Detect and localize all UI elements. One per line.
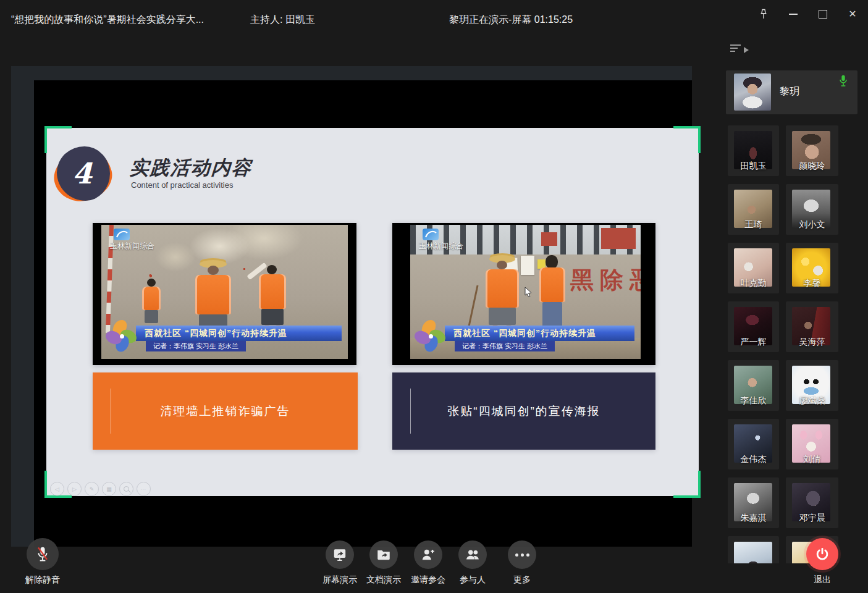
pen-icon: ✎	[85, 482, 99, 496]
participant-name: 叶克勤	[728, 278, 779, 289]
presenting-status: 黎玥正在演示-屏幕 01:15:25	[449, 14, 573, 27]
section-number-badge: 4	[53, 144, 114, 206]
slides-icon: ▦	[102, 482, 116, 496]
figure-vest	[142, 287, 161, 310]
red-building-patch	[541, 232, 557, 246]
person-figure	[141, 279, 162, 323]
participant-tile[interactable]: 颜晓玲	[786, 125, 838, 176]
meeting-title: “想把我的故事和你说”暑期社会实践分享大...	[11, 14, 204, 27]
collapse-line	[730, 48, 738, 49]
tv-watermark: 玉林新闻综合	[419, 229, 463, 251]
news-caption-bar: 西就社区 “四城同创”行动持续升温 记者：李伟旗 实习生 彭水兰	[410, 326, 641, 355]
participant-name: 吴海萍	[786, 337, 838, 348]
participant-name: 金伟杰	[728, 454, 779, 465]
zoom-icon	[119, 482, 133, 496]
next-icon: ▷	[67, 482, 82, 496]
speaker-name: 黎玥	[780, 85, 799, 98]
participant-name: 严一辉	[728, 337, 779, 348]
speaker-card[interactable]: 黎玥	[726, 70, 857, 114]
host-label: 主持人: 田凯玉	[250, 14, 315, 27]
slide-title: 实践活动内容	[129, 155, 253, 181]
logo-center	[120, 334, 124, 339]
meeting-window: “想把我的故事和你说”暑期社会实践分享大... 主持人: 田凯玉 黎玥正在演示-…	[0, 0, 868, 593]
mic-muted-icon	[27, 538, 59, 570]
news-logo-icon	[105, 319, 138, 353]
participant-tile[interactable]: 王琦	[728, 184, 779, 235]
maximize-button[interactable]	[814, 5, 832, 23]
news-logo-icon	[414, 319, 447, 353]
invite-icon	[414, 540, 442, 569]
red-building-patch	[601, 228, 636, 249]
participant-name: 颜晓玲	[786, 161, 838, 172]
participant-tile[interactable]: 叶克勤	[728, 243, 779, 293]
screen-share-icon	[326, 540, 354, 569]
participant-tile[interactable]: 邓宇晨	[786, 477, 838, 528]
unmute-label: 解除静音	[9, 574, 77, 586]
minimize-button[interactable]	[784, 5, 803, 23]
avatar	[734, 74, 771, 111]
slide-nav-controls: ◁ ▷ ✎ ▦ ∙∙∙	[50, 482, 151, 496]
caption-box-navy: 张贴“四城同创”的宣传海报	[392, 372, 655, 450]
mic-on-icon	[838, 74, 848, 90]
participant-tile[interactable]: 李佳欣	[728, 360, 779, 411]
figure-shorts	[261, 309, 284, 325]
video-photo: 扫黑除恶	[410, 225, 641, 359]
participant-name: 刘倩	[786, 454, 838, 465]
doc-share-icon	[369, 540, 398, 569]
maximize-icon	[819, 10, 827, 19]
more-icon	[508, 540, 536, 569]
participant-name: 王琦	[728, 219, 779, 230]
magnifier-glyph	[124, 486, 129, 492]
participants-label: 参与人	[455, 574, 490, 586]
participant-tile[interactable]: 田凯玉	[728, 125, 779, 176]
participant-tile[interactable]: 刘倩	[786, 419, 838, 469]
participant-name: 邓宇晨	[786, 513, 838, 524]
participant-tile[interactable]: 朱嘉淇	[728, 477, 779, 528]
figure-shorts	[489, 308, 516, 325]
shared-screen-letterbox: 4 实践活动内容 Content of practical activities	[34, 80, 692, 547]
collapse-line	[730, 44, 741, 46]
participant-tile[interactable]: 严一辉	[728, 301, 779, 352]
collapse-panel-icon[interactable]	[730, 44, 749, 56]
participant-tile[interactable]: 李馨	[786, 243, 838, 293]
participant-name: 朱嘉淇	[728, 513, 779, 524]
participant-tile[interactable]: 金伟杰	[728, 419, 779, 469]
prev-icon: ◁	[50, 482, 64, 496]
participant-tile[interactable]: 刘小文	[786, 184, 838, 235]
invite-label: 邀请参会	[407, 574, 450, 586]
collapse-arrow	[744, 47, 749, 53]
watermark-text: 玉林新闻综合	[110, 241, 154, 251]
video-photo: 玉林新闻综合 西就社区 “四城同创”行动持续升温 记者：李伟旗 实习生 彭水兰	[101, 225, 348, 359]
power-icon	[806, 538, 838, 570]
avatar	[734, 542, 772, 563]
figure-vest	[195, 275, 231, 314]
slide-subtitle: Content of practical activities	[131, 180, 233, 190]
window-controls: ✕	[754, 5, 862, 23]
news-caption-main: 西就社区 “四城同创”行动持续升温	[136, 326, 342, 341]
exit-label: 退出	[804, 574, 841, 586]
participants-icon	[458, 540, 487, 569]
logo-center	[429, 334, 433, 339]
participant-name: 田凯玉	[728, 161, 779, 172]
figure-hood	[546, 255, 558, 269]
badge-navy-blob: 4	[57, 146, 110, 201]
participant-tile[interactable]	[728, 536, 779, 563]
close-button[interactable]: ✕	[843, 5, 862, 23]
presentation-slide: 4 实践活动内容 Content of practical activities	[46, 128, 699, 496]
poster	[521, 256, 534, 275]
section-number: 4	[72, 157, 92, 190]
caption-text: 张贴“四城同创”的宣传海报	[447, 403, 600, 419]
shared-screen-region: 4 实践活动内容 Content of practical activities	[11, 66, 692, 547]
close-icon: ✕	[848, 9, 856, 19]
share-corner-marker	[673, 471, 701, 498]
share-corner-marker	[673, 126, 701, 153]
participant-tile[interactable]: 廖斌燊	[786, 360, 838, 411]
news-caption-sub: 记者：李伟旗 实习生 彭水兰	[455, 341, 555, 351]
figure-head	[208, 266, 219, 275]
pin-icon[interactable]	[754, 5, 773, 23]
participant-tile[interactable]: 吴海萍	[786, 301, 838, 352]
watermark-text: 玉林新闻综合	[419, 241, 463, 251]
caption-text: 清理墙上推销诈骗广告	[161, 403, 290, 419]
news-caption-main: 西就社区 “四城同创”行动持续升温	[445, 326, 634, 341]
participant-name: 刘小文	[786, 219, 838, 230]
